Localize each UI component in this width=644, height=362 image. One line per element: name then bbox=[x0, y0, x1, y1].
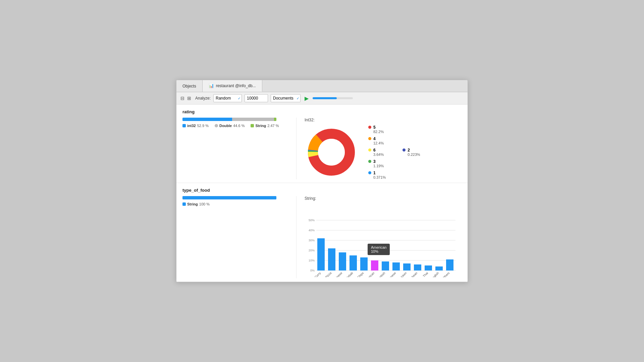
donut-chart bbox=[305, 125, 358, 179]
food-title: type_of_food bbox=[182, 188, 462, 193]
bar-lebanese bbox=[392, 262, 400, 270]
toolbar: ⊟ ⊞ Analyze: Random Sequential Full ✓ Do… bbox=[176, 92, 468, 105]
food-right: String: 50% 4 bbox=[297, 196, 462, 278]
legend-5: 5 82.2% bbox=[368, 125, 386, 134]
xlabel-chinese: Chinese bbox=[333, 271, 343, 277]
donut-legend-col2: 2 0.223% bbox=[402, 148, 420, 157]
donut-center bbox=[318, 139, 345, 166]
tab-objects-label: Objects bbox=[182, 84, 196, 88]
dot-2 bbox=[402, 148, 406, 152]
run-button[interactable]: ▶ bbox=[303, 95, 310, 102]
rating-inner: int32 52.9 % Double 44.6 % String 2.47 % bbox=[182, 118, 462, 179]
val-5: 5 bbox=[373, 125, 384, 130]
rating-title: rating bbox=[182, 109, 462, 114]
bar-fish bbox=[360, 257, 368, 270]
xlabel-lebanese: Lebanese bbox=[385, 271, 396, 277]
bar-others bbox=[446, 259, 453, 270]
legend-4-vals: 4 12.4% bbox=[373, 136, 384, 145]
scope-select-wrap: Documents Collections ✓ bbox=[271, 94, 301, 102]
food-left: String 100 % bbox=[182, 196, 297, 278]
legend-5-vals: 5 82.2% bbox=[373, 125, 384, 134]
xlabel-chicken: Chicken bbox=[397, 271, 407, 277]
ylabel-30: 30% bbox=[309, 239, 315, 242]
pct-3: 1.19% bbox=[373, 164, 384, 168]
donut-area: 5 82.2% 4 12.4% bbox=[305, 125, 462, 179]
type-bar-string-food bbox=[182, 196, 276, 199]
bar-pizza bbox=[328, 248, 335, 270]
type-bar-string bbox=[274, 118, 276, 121]
pct-6: 3.64% bbox=[373, 153, 384, 157]
ylabel-20: 20% bbox=[309, 249, 315, 252]
bar-chart: 50% 40% 30% 20% 10% 0% bbox=[305, 203, 459, 277]
legend-name-string: String bbox=[255, 124, 266, 128]
progress-bar bbox=[313, 97, 353, 99]
xlabel-caribbean: Caribbean bbox=[406, 271, 418, 277]
val-3: 3 bbox=[373, 159, 384, 164]
bar-curry bbox=[317, 238, 325, 270]
analyze-check-icon: ✓ bbox=[238, 97, 240, 100]
bar-caribbean bbox=[414, 264, 421, 270]
dot-4 bbox=[368, 137, 371, 140]
bar-american bbox=[371, 260, 378, 270]
main-window: Objects 📊 restaurant @info_db... ⊟ ⊞ Ana… bbox=[176, 80, 468, 282]
dot-6 bbox=[368, 148, 371, 152]
legend-3: 3 1.19% bbox=[368, 159, 386, 168]
val-1: 1 bbox=[373, 171, 386, 175]
bar-thai bbox=[425, 265, 432, 270]
dot-3 bbox=[368, 160, 371, 163]
int32-label: Int32: bbox=[305, 118, 462, 122]
legend-pct-int32: 52.9 % bbox=[197, 124, 209, 128]
legend-dot-string-food bbox=[182, 202, 186, 206]
legend-4: 4 12.4% bbox=[368, 136, 386, 145]
food-inner: String 100 % String: bbox=[182, 196, 462, 278]
legend-6-vals: 6 3.64% bbox=[373, 148, 384, 157]
legend-pct-string-rating: 2.47 % bbox=[267, 124, 279, 128]
val-4: 4 bbox=[373, 136, 384, 141]
tab-objects[interactable]: Objects bbox=[176, 80, 203, 92]
chart-icon: 📊 bbox=[209, 83, 214, 88]
xlabel-pizza: Pizza bbox=[325, 271, 332, 277]
ylabel-50: 50% bbox=[309, 219, 315, 222]
tab-bar: Objects 📊 restaurant @info_db... bbox=[176, 80, 468, 92]
bar-chart-outer: 50% 40% 30% 20% 10% 0% bbox=[305, 203, 462, 278]
ylabel-10: 10% bbox=[309, 259, 315, 262]
ylabel-0: 0% bbox=[310, 269, 315, 272]
legend-6: 6 3.64% bbox=[368, 148, 386, 157]
documents-count-input[interactable] bbox=[245, 94, 268, 102]
rating-type-bar bbox=[182, 118, 276, 121]
xlabel-turkish: Turkish bbox=[377, 271, 386, 277]
xlabel-american: American bbox=[364, 271, 375, 277]
food-section: type_of_food String 100 % bbox=[176, 183, 468, 282]
legend-2-vals: 2 0.223% bbox=[408, 148, 420, 157]
bar-turkish bbox=[382, 261, 389, 270]
scope-check-icon: ✓ bbox=[297, 97, 299, 100]
legend-name-int32: int32 bbox=[187, 124, 196, 128]
legend-dot-string bbox=[251, 124, 254, 127]
content: rating int32 52.9 % bbox=[176, 105, 468, 282]
type-bar-double bbox=[232, 118, 274, 121]
legend-item-double: Double 44.6 % bbox=[215, 124, 245, 128]
tab-restaurant[interactable]: 📊 restaurant @info_db... bbox=[203, 80, 262, 92]
pct-2: 0.223% bbox=[408, 153, 420, 157]
bar-english bbox=[435, 266, 443, 270]
progress-fill bbox=[313, 97, 337, 99]
filter-icon[interactable]: ⊟ bbox=[180, 96, 184, 101]
legend-1-vals: 1 0.371% bbox=[373, 171, 386, 179]
legend-name-string-food: String bbox=[187, 202, 198, 206]
grid-icon[interactable]: ⊞ bbox=[187, 96, 191, 101]
food-type-bar bbox=[182, 196, 276, 199]
xlabel-thai: Thai bbox=[422, 271, 429, 277]
legend-pct-double: 44.6 % bbox=[233, 124, 245, 128]
legend-1: 1 0.371% bbox=[368, 171, 386, 179]
scope-select[interactable]: Documents Collections bbox=[271, 94, 301, 102]
xlabel-english: English bbox=[430, 271, 439, 277]
legend-pct-string-food: 100 % bbox=[199, 202, 210, 206]
bar-chinese bbox=[339, 252, 346, 270]
bar-chicken bbox=[403, 263, 411, 270]
string-label: String: bbox=[305, 196, 462, 201]
donut-legend-col1: 5 82.2% 4 12.4% bbox=[368, 125, 386, 179]
legend-dot-int32 bbox=[182, 124, 186, 127]
ylabel-40: 40% bbox=[309, 229, 315, 232]
legend-dot-double bbox=[215, 124, 218, 127]
legend-name-double: Double bbox=[219, 124, 232, 128]
